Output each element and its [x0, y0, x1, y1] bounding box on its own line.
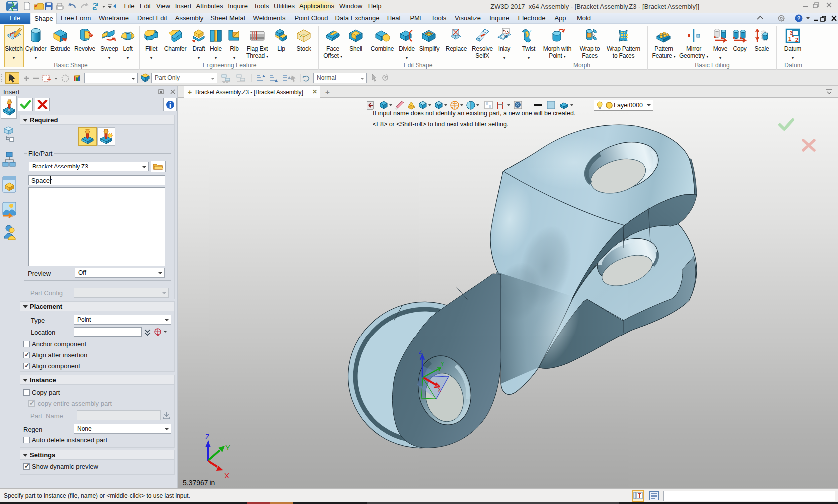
- svg-text:Z: Z: [419, 349, 422, 355]
- svg-text:5.37967 in: 5.37967 in: [183, 479, 215, 487]
- svg-text:X: X: [438, 387, 441, 393]
- svg-text:?: ?: [797, 15, 801, 21]
- svg-text:2: 2: [795, 37, 798, 43]
- svg-text:Y: Y: [441, 361, 444, 367]
- svg-text:X: X: [224, 471, 229, 480]
- svg-text:1: 1: [788, 36, 791, 42]
- svg-text:Z: Z: [205, 432, 210, 441]
- svg-text:Y: Y: [225, 443, 230, 452]
- svg-text:3: 3: [790, 30, 793, 36]
